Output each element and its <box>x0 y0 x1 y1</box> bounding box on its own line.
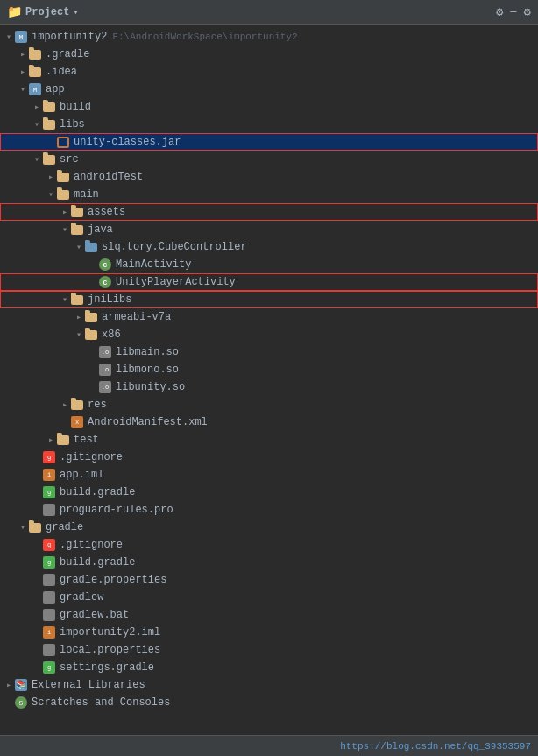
tree-item-libs-dir[interactable]: libs <box>0 116 538 133</box>
tree-item-gradle-dir2[interactable]: gradle <box>0 519 538 536</box>
label-gradle-dir2: gradle <box>46 521 83 533</box>
label-src-dir: src <box>60 153 79 166</box>
module-icon-app-dir: M <box>28 82 42 96</box>
tree-item-androidmanifest[interactable]: xAndroidManifest.xml <box>0 413 538 431</box>
label-gitignore-root: .gitignore <box>60 539 123 551</box>
tree-item-gitignore-root[interactable]: g.gitignore <box>0 536 538 554</box>
toolbar-icons: ⚙ — ⚙ <box>496 4 531 19</box>
label-build-gradle-app: build.gradle <box>60 486 135 498</box>
tree-item-build-gradle-root[interactable]: gbuild.gradle <box>0 554 538 571</box>
so-icon-libmain-so: .o <box>98 345 112 359</box>
tree-item-gradlew[interactable]: gradlew <box>0 589 538 606</box>
tree-item-gradle-dir[interactable]: .gradle <box>0 46 538 63</box>
tree-item-test-dir[interactable]: test <box>0 431 538 449</box>
label-gitignore-app: .gitignore <box>60 451 123 463</box>
label-libunity-so: libunity.so <box>116 381 185 393</box>
label-gradle-props: gradle.properties <box>60 574 166 586</box>
collapse-icon[interactable]: — <box>510 6 516 18</box>
tree-item-unityplayer[interactable]: CUnityPlayerActivity <box>0 273 538 291</box>
tree-item-root[interactable]: Mimportunity2E:\AndroidWorkSpace\importu… <box>0 28 538 46</box>
folder-icon-armeabi-dir <box>84 310 98 324</box>
folder-icon-test-dir <box>56 433 70 447</box>
tree-item-gitignore-app[interactable]: g.gitignore <box>0 449 538 466</box>
tree-item-scratches[interactable]: SScratches and Consoles <box>0 694 538 711</box>
toolbar-title: Project <box>25 6 69 18</box>
gradle-icon-build-gradle-root: g <box>42 555 56 569</box>
tree-item-res-dir[interactable]: res <box>0 396 538 413</box>
label-test-dir: test <box>74 434 99 446</box>
folder-icon-java-dir <box>70 223 84 237</box>
tree-item-ext-libs[interactable]: 📚External Libraries <box>0 676 538 694</box>
label-settings-gradle: settings.gradle <box>60 661 154 674</box>
tree-item-armeabi-dir[interactable]: armeabi-v7a <box>0 308 538 326</box>
java-icon-mainactivity: C <box>98 258 112 272</box>
label-jnilibs-dir: jniLibs <box>88 293 131 306</box>
arrow-assets-dir <box>60 207 70 217</box>
tree-item-main-dir[interactable]: main <box>0 186 538 203</box>
label-androidtest-dir: androidTest <box>74 171 143 183</box>
folder-icon-x86-dir <box>84 328 98 342</box>
label-mainactivity: MainActivity <box>116 258 191 271</box>
so-icon-libunity-so: .o <box>98 380 112 394</box>
tree-item-local-props[interactable]: local.properties <box>0 641 538 659</box>
settings-gear-icon[interactable]: ⚙ <box>496 4 503 19</box>
project-icon: 📁 <box>7 4 22 19</box>
props-icon-proguard-rules <box>42 503 56 517</box>
tree-item-src-dir[interactable]: src <box>0 151 538 168</box>
label-java-dir: java <box>88 223 113 236</box>
label-build-gradle-root: build.gradle <box>60 556 135 569</box>
folder-icon-jnilibs-dir <box>70 293 84 307</box>
tree-item-build-dir[interactable]: build <box>0 98 538 116</box>
tree-item-unity-jar[interactable]: unity-classes.jar <box>0 133 538 151</box>
tree-item-mainactivity[interactable]: CMainActivity <box>0 256 538 273</box>
tree-item-build-gradle-app[interactable]: gbuild.gradle <box>0 484 538 501</box>
arrow-libs-dir <box>32 119 42 130</box>
status-url[interactable]: https://blog.csdn.net/qq_39353597 <box>340 741 531 752</box>
scratch-icon-scratches: S <box>14 696 28 710</box>
arrow-armeabi-dir <box>74 312 84 322</box>
tree-item-libunity-so[interactable]: .olibunity.so <box>0 378 538 396</box>
arrow-src-dir <box>32 154 42 165</box>
arrow-ext-libs <box>4 680 14 690</box>
arrow-res-dir <box>60 399 70 410</box>
tree-item-assets-dir[interactable]: assets <box>0 203 538 221</box>
label-libs-dir: libs <box>60 118 85 131</box>
tree-item-proguard-rules[interactable]: proguard-rules.pro <box>0 501 538 519</box>
tree-item-gradle-props[interactable]: gradle.properties <box>0 571 538 589</box>
tree-item-libmain-so[interactable]: .olibmain.so <box>0 343 538 361</box>
label-gradlew-bat: gradlew.bat <box>60 609 129 621</box>
so-icon-libmono-so: .o <box>98 363 112 377</box>
folder-icon-gradle-dir2 <box>28 520 42 534</box>
module-icon-root: M <box>14 30 28 44</box>
label-unityplayer: UnityPlayerActivity <box>116 276 236 288</box>
tree-item-java-dir[interactable]: java <box>0 221 538 238</box>
tree-item-jnilibs-dir[interactable]: jniLibs <box>0 291 538 308</box>
arrow-main-dir <box>46 189 56 200</box>
label-x86-dir: x86 <box>102 329 121 341</box>
tree-item-settings-gradle[interactable]: gsettings.gradle <box>0 659 538 676</box>
arrow-java-dir <box>60 224 70 235</box>
tree-item-libmono-so[interactable]: .olibmono.so <box>0 361 538 378</box>
tree-item-x86-dir[interactable]: x86 <box>0 326 538 343</box>
label-root: importunity2 <box>32 31 107 43</box>
arrow-app-dir <box>18 84 28 95</box>
tree-item-importunity2-iml[interactable]: iimportunity2.iml <box>0 624 538 641</box>
project-tree: Mimportunity2E:\AndroidWorkSpace\importu… <box>0 25 538 735</box>
label-importunity2-iml: importunity2.iml <box>60 626 160 639</box>
arrow-jnilibs-dir <box>60 294 70 305</box>
options-icon[interactable]: ⚙ <box>524 4 531 19</box>
arrow-idea-dir <box>18 67 28 77</box>
folder-icon-gradle-dir <box>28 47 42 61</box>
tree-item-app-dir[interactable]: Mapp <box>0 81 538 98</box>
label-main-dir: main <box>74 188 99 201</box>
label-libmono-so: libmono.so <box>116 364 179 376</box>
tree-item-gradlew-bat[interactable]: gradlew.bat <box>0 606 538 624</box>
tree-item-idea-dir[interactable]: .idea <box>0 63 538 81</box>
toolbar-dropdown-icon[interactable]: ▾ <box>73 7 78 18</box>
label-ext-libs: External Libraries <box>32 679 145 691</box>
tree-item-pkg-dir[interactable]: slq.tory.CubeController <box>0 238 538 256</box>
tree-item-androidtest-dir[interactable]: androidTest <box>0 168 538 186</box>
sublabel-root: E:\AndroidWorkSpace\importunity2 <box>112 32 297 42</box>
jar-icon-unity-jar <box>56 135 70 149</box>
tree-item-app-iml[interactable]: iapp.iml <box>0 466 538 484</box>
